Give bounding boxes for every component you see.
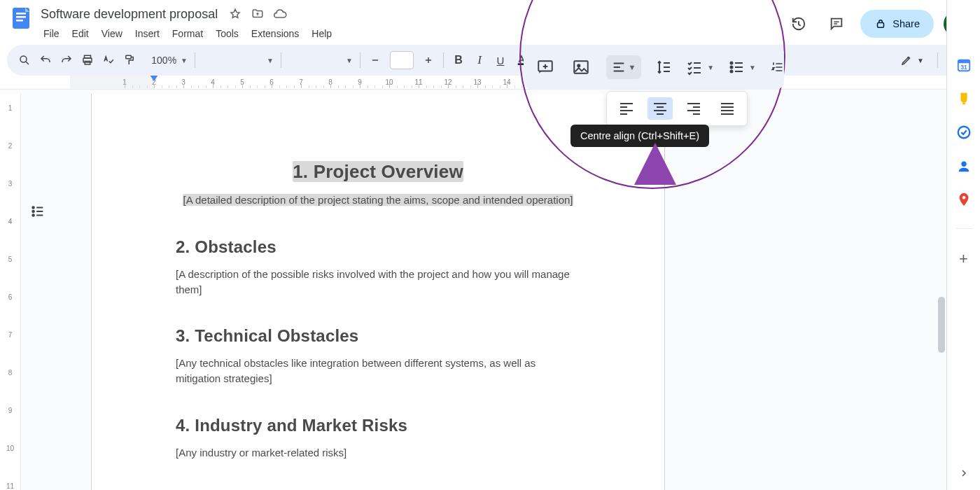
docs-logo[interactable] <box>7 4 35 32</box>
magnified-toolbar-segment: ▼ ▼ ▼ <box>524 45 784 90</box>
align-center-option[interactable] <box>648 97 673 120</box>
side-panel-separator <box>955 228 972 229</box>
zoom-dropdown[interactable]: 100%▼ <box>140 50 190 71</box>
calendar-app-icon[interactable]: 31 <box>956 57 972 73</box>
keep-app-icon[interactable] <box>956 91 972 106</box>
separator <box>443 52 444 68</box>
get-addons-button[interactable]: + <box>959 250 968 268</box>
menu-view[interactable]: View <box>96 25 128 42</box>
section-body[interactable]: [A description of the possible risks inv… <box>176 267 580 298</box>
svg-point-25 <box>961 162 966 167</box>
section-body[interactable]: [Any technical obstacles like integratio… <box>176 356 580 386</box>
separator <box>281 52 281 68</box>
document-title[interactable]: Software development proposal <box>38 7 220 22</box>
undo-button[interactable] <box>35 50 56 71</box>
add-comment-button[interactable] <box>535 55 556 79</box>
svg-point-13 <box>578 64 580 66</box>
menu-bar: File Edit View Insert Format Tools Exten… <box>38 25 785 42</box>
insert-image-button[interactable] <box>570 55 592 79</box>
svg-point-5 <box>20 56 27 62</box>
font-size-input[interactable] <box>390 51 414 69</box>
star-icon[interactable] <box>227 6 243 22</box>
search-menus-button[interactable] <box>14 50 35 71</box>
editing-mode-dropdown[interactable]: ▼ <box>891 50 933 71</box>
tooltip: Centre align (Ctrl+Shift+E) <box>570 125 709 147</box>
maps-app-icon[interactable] <box>956 192 972 207</box>
redo-button[interactable] <box>56 50 77 71</box>
checklist-button[interactable]: ▼ <box>686 59 714 76</box>
svg-point-14 <box>731 62 733 64</box>
svg-rect-21 <box>958 60 969 64</box>
cloud-saved-icon[interactable] <box>272 6 288 22</box>
menu-edit[interactable]: Edit <box>66 25 94 42</box>
svg-rect-1 <box>16 13 26 15</box>
tasks-app-icon[interactable] <box>956 125 972 140</box>
hide-side-panel-button[interactable] <box>958 468 969 482</box>
svg-rect-12 <box>574 61 588 73</box>
section-heading[interactable]: 3. Technical Obstacles <box>176 326 580 346</box>
bold-button[interactable]: B <box>448 50 469 71</box>
svg-rect-4 <box>878 23 884 28</box>
move-to-folder-icon[interactable] <box>250 6 265 22</box>
align-right-option[interactable] <box>681 97 706 120</box>
section-heading[interactable]: 4. Industry and Market Risks <box>176 416 580 435</box>
font-size-decrease[interactable] <box>365 50 386 71</box>
document-page[interactable]: 1. Project Overview[A detailed descripti… <box>91 94 665 490</box>
svg-rect-3 <box>16 20 23 22</box>
svg-point-15 <box>731 66 733 69</box>
menu-insert[interactable]: Insert <box>130 25 165 42</box>
svg-point-26 <box>962 196 965 200</box>
underline-button[interactable]: U <box>490 50 511 71</box>
share-label: Share <box>892 18 920 29</box>
vertical-scrollbar[interactable] <box>937 94 946 490</box>
vertical-ruler[interactable]: 1234567891011 <box>0 94 21 490</box>
comments-button[interactable] <box>822 10 850 38</box>
section-heading[interactable]: 1. Project Overview <box>176 161 580 183</box>
menu-format[interactable]: Format <box>167 25 209 42</box>
line-spacing-button[interactable] <box>655 59 672 76</box>
italic-button[interactable]: I <box>469 50 490 71</box>
section-heading[interactable]: 2. Obstacles <box>176 237 580 257</box>
zoom-value: 100% <box>151 55 176 66</box>
workspace: 1234567891011 1. Project Overview[A deta… <box>0 94 946 490</box>
separator <box>937 52 938 68</box>
separator <box>195 52 195 68</box>
font-family-dropdown[interactable]: ▼ <box>286 50 356 71</box>
align-dropdown-button[interactable]: ▼ <box>606 55 642 79</box>
share-button[interactable]: Share <box>860 10 934 38</box>
toolbar: 100%▼ ▼ ▼ B I U ▼ <box>7 45 973 76</box>
section-body[interactable]: [Any industry or market-related risks] <box>176 445 580 461</box>
menu-file[interactable]: File <box>38 25 65 42</box>
side-panel: 31 + <box>946 0 980 490</box>
svg-rect-2 <box>16 16 26 18</box>
svg-point-16 <box>731 71 733 73</box>
print-button[interactable] <box>77 50 98 71</box>
spellcheck-button[interactable] <box>98 50 119 71</box>
align-options-popup <box>606 91 748 126</box>
menu-help[interactable]: Help <box>306 25 337 42</box>
paint-format-button[interactable] <box>119 50 140 71</box>
align-left-option[interactable] <box>614 97 639 120</box>
separator <box>360 52 360 68</box>
svg-rect-23 <box>962 103 965 105</box>
contacts-app-icon[interactable] <box>956 158 972 174</box>
section-body[interactable]: [A detailed description of the project s… <box>176 192 580 208</box>
svg-text:31: 31 <box>960 64 967 71</box>
svg-rect-9 <box>126 55 132 59</box>
numbered-list-button[interactable] <box>770 55 784 79</box>
menu-extensions[interactable]: Extensions <box>246 25 304 42</box>
menu-tools[interactable]: Tools <box>210 25 244 42</box>
horizontal-ruler[interactable]: 123456789101112131415161718 <box>0 76 980 90</box>
version-history-button[interactable] <box>785 10 813 38</box>
styles-dropdown[interactable]: ▼ <box>200 50 276 71</box>
align-justify-option[interactable] <box>715 97 740 120</box>
font-size-increase[interactable] <box>418 50 439 71</box>
app-header: Software development proposal File Edit … <box>0 0 980 42</box>
bulleted-list-button[interactable]: ▼ <box>728 59 756 76</box>
